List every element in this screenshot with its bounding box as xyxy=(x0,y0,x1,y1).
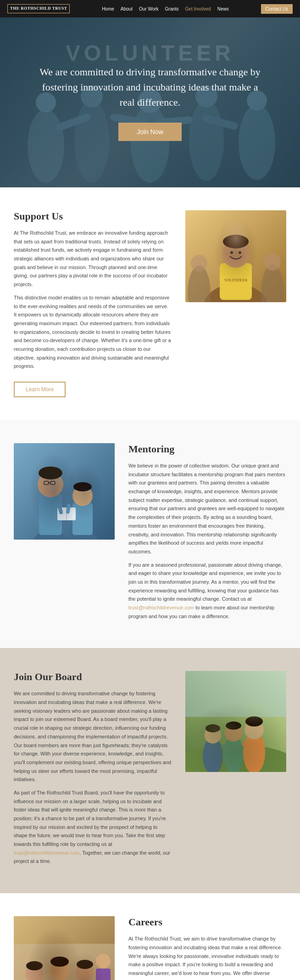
svg-rect-17 xyxy=(220,263,252,300)
careers-body1: At The Rothschild Trust, we aim to drive… xyxy=(128,935,286,980)
svg-rect-44 xyxy=(185,671,286,772)
svg-point-21 xyxy=(230,251,233,254)
svg-point-23 xyxy=(188,265,211,302)
svg-rect-57 xyxy=(14,916,115,980)
nav-item-grants[interactable]: Grants xyxy=(165,5,179,12)
svg-point-32 xyxy=(39,467,62,479)
svg-rect-46 xyxy=(185,671,286,717)
svg-point-26 xyxy=(264,254,281,270)
support-body2: This distinctive model enables us to rem… xyxy=(14,293,172,371)
svg-rect-42 xyxy=(57,502,63,514)
svg-rect-43 xyxy=(66,503,71,514)
svg-point-25 xyxy=(261,265,284,302)
svg-point-55 xyxy=(244,720,264,739)
nav-item-home[interactable]: Home xyxy=(102,5,114,12)
svg-point-64 xyxy=(50,960,70,980)
svg-point-61 xyxy=(25,964,44,980)
svg-point-20 xyxy=(223,235,249,248)
support-image: VOLUNTEER xyxy=(185,210,286,302)
board-inner: Join Our Board We are committed to drivi… xyxy=(14,671,286,870)
support-section: Support Us At The Rothschild Trust, we e… xyxy=(0,187,300,420)
nav-item-our-work[interactable]: Our Work xyxy=(139,5,159,12)
svg-rect-27 xyxy=(14,443,115,540)
svg-rect-45 xyxy=(185,671,286,772)
svg-point-29 xyxy=(32,530,69,540)
svg-point-52 xyxy=(225,724,242,742)
board-section: Join Our Board We are committed to drivi… xyxy=(0,648,300,893)
board-image xyxy=(185,671,286,772)
svg-point-63 xyxy=(26,961,43,970)
svg-point-48 xyxy=(203,738,223,772)
svg-point-66 xyxy=(50,957,69,967)
svg-point-67 xyxy=(76,963,94,980)
svg-rect-30 xyxy=(39,494,62,535)
svg-point-49 xyxy=(205,727,221,743)
svg-point-38 xyxy=(72,486,93,506)
board-body2: As part of The Rothschild Trust Board, y… xyxy=(14,789,172,866)
svg-point-51 xyxy=(223,735,244,772)
svg-rect-14 xyxy=(185,210,286,302)
hero-section: VOLUNTEER We are committed to driving tr… xyxy=(0,17,300,187)
svg-rect-58 xyxy=(14,916,115,980)
svg-point-69 xyxy=(77,960,93,969)
careers-inner: Careers At The Rothschild Trust, we aim … xyxy=(14,916,286,980)
contact-us-button[interactable]: Contact Us xyxy=(261,4,293,14)
nav-item-about[interactable]: About xyxy=(121,5,133,12)
mentoring-text: Mentoring We believe in the power of col… xyxy=(128,443,286,625)
careers-section: Careers At The Rothschild Trust, we aim … xyxy=(0,893,300,980)
svg-rect-37 xyxy=(72,503,93,535)
support-inner: Support Us At The Rothschild Trust, we e… xyxy=(14,210,286,397)
svg-rect-33 xyxy=(44,481,49,484)
support-text: Support Us At The Rothschild Trust, we e… xyxy=(14,210,172,397)
board-heading: Join Our Board xyxy=(14,671,172,683)
svg-point-36 xyxy=(67,530,99,540)
svg-point-24 xyxy=(191,255,207,271)
support-learn-more-button[interactable]: Learn More xyxy=(14,382,66,397)
svg-point-39 xyxy=(73,482,92,491)
svg-point-47 xyxy=(185,744,286,772)
board-email-link[interactable]: trust@rothschildrevenue.com xyxy=(14,850,79,856)
nav-item-news[interactable]: News xyxy=(217,5,229,12)
svg-rect-59 xyxy=(14,944,115,980)
nav-links: Home About Our Work Grants Get Involved … xyxy=(102,5,229,12)
svg-point-31 xyxy=(38,472,63,497)
careers-text: Careers At The Rothschild Trust, we aim … xyxy=(128,916,286,980)
svg-rect-15 xyxy=(185,210,286,302)
hero-text-group: We are committed to driving transformati… xyxy=(35,64,265,141)
svg-point-16 xyxy=(204,284,268,302)
mentoring-inner: Mentoring We believe in the power of col… xyxy=(14,443,286,625)
navigation: THE ROTHSCHILD TRUST Home About Our Work… xyxy=(0,0,300,17)
mentoring-email-link[interactable]: trust@rothschildrevenue.com xyxy=(128,605,194,610)
support-body1: At The Rothschild Trust, we embrace an i… xyxy=(14,229,172,289)
nav-logo: THE ROTHSCHILD TRUST xyxy=(7,4,70,13)
careers-image xyxy=(14,916,115,980)
mentoring-body2: If you are a seasoned professional, pass… xyxy=(128,561,286,621)
svg-point-56 xyxy=(245,716,263,727)
svg-rect-28 xyxy=(14,443,115,540)
svg-rect-34 xyxy=(50,481,55,484)
join-now-button[interactable]: Join Now xyxy=(118,123,182,141)
mentoring-heading: Mentoring xyxy=(128,443,286,455)
svg-point-19 xyxy=(222,240,250,268)
svg-point-50 xyxy=(206,724,220,732)
hero-headline: We are committed to driving transformati… xyxy=(35,64,265,110)
careers-heading: Careers xyxy=(128,916,286,928)
svg-point-54 xyxy=(243,732,265,772)
mentoring-body1: We believe in the power of collective wi… xyxy=(128,462,286,556)
svg-point-53 xyxy=(226,721,241,730)
svg-rect-71 xyxy=(96,969,111,980)
svg-text:VOLUNTEER: VOLUNTEER xyxy=(224,278,248,282)
board-body1: We are committed to driving transformati… xyxy=(14,689,172,784)
mentoring-section: Mentoring We believe in the power of col… xyxy=(0,420,300,648)
nav-item-get-involved[interactable]: Get Involved xyxy=(185,5,211,12)
svg-rect-40 xyxy=(57,507,76,520)
svg-point-70 xyxy=(96,954,111,969)
support-heading: Support Us xyxy=(14,210,172,222)
svg-point-22 xyxy=(239,251,241,254)
mentoring-image xyxy=(14,443,115,540)
board-text: Join Our Board We are committed to drivi… xyxy=(14,671,172,870)
